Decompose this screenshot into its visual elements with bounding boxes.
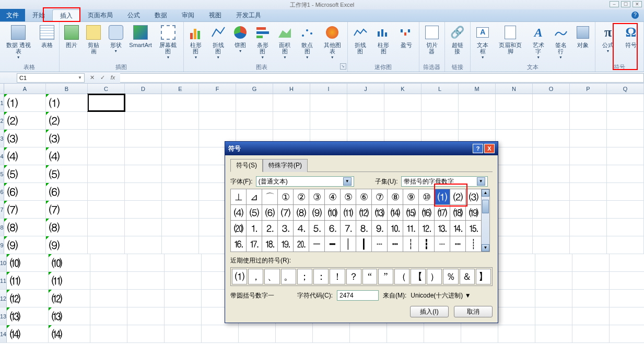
col-header-P[interactable]: P — [570, 84, 607, 94]
headerfooter-button[interactable]: 页眉和页脚 — [496, 23, 525, 55]
cell-C1[interactable] — [88, 94, 125, 111]
cell-Q4[interactable] — [607, 147, 644, 165]
col-header-I[interactable]: I — [310, 84, 347, 94]
cell-P2[interactable] — [570, 112, 607, 129]
row-header-7[interactable]: 7 — [0, 201, 4, 218]
symbol-cell[interactable]: ┊ — [466, 236, 482, 252]
recent-symbol-cell[interactable]: ” — [378, 269, 393, 284]
cell-F14[interactable] — [202, 325, 239, 342]
cell-B13[interactable]: ⒀ — [49, 307, 90, 325]
cell-O12[interactable] — [535, 290, 572, 307]
cell-I2[interactable] — [310, 112, 347, 129]
recent-symbol-cell[interactable]: ？ — [346, 269, 361, 284]
row-header-1[interactable]: 1 — [0, 94, 4, 111]
row-header-3[interactable]: 3 — [0, 130, 4, 147]
cell-L2[interactable] — [421, 112, 459, 129]
cell-O1[interactable] — [533, 94, 570, 111]
cell-D10[interactable] — [127, 254, 165, 271]
symbol-cell[interactable]: ⑼ — [309, 205, 325, 221]
col-header-K[interactable]: K — [384, 84, 421, 94]
row-header-4[interactable]: 4 — [0, 147, 4, 165]
cell-G2[interactable] — [236, 112, 273, 129]
help-icon[interactable]: ? — [631, 12, 639, 19]
recent-symbol-cell[interactable]: ⑴ — [232, 269, 247, 284]
col-header-E[interactable]: E — [162, 84, 199, 94]
tab-developer[interactable]: 开发工具 — [229, 9, 268, 21]
cell-D3[interactable] — [125, 130, 162, 147]
cell-Q7[interactable] — [607, 201, 644, 218]
cell-E8[interactable] — [162, 219, 199, 236]
cell-D6[interactable] — [125, 183, 162, 200]
col-header-Q[interactable]: Q — [607, 84, 644, 94]
recent-symbols[interactable]: ⑴，、。；：！？“”（【）％＆】 — [230, 267, 493, 286]
symbol-cell[interactable]: ⒑ — [388, 221, 403, 236]
cell-G14[interactable] — [239, 325, 276, 342]
dialog-tab-symbols[interactable]: 符号(S) — [230, 159, 263, 172]
cell-C8[interactable] — [88, 219, 125, 236]
minimize-button[interactable]: – — [610, 1, 619, 7]
symbol-cell[interactable]: ─ — [309, 236, 325, 252]
cell-A2[interactable]: ⑵ — [4, 112, 46, 129]
symbol-cell[interactable]: ⒐ — [372, 221, 388, 236]
cell-B11[interactable]: ⑾ — [49, 272, 90, 289]
screenshot-button[interactable]: 屏幕截图▼ — [156, 23, 180, 60]
object-button[interactable]: 对象 — [574, 23, 592, 49]
name-box[interactable]: C1 ▼ — [17, 73, 85, 83]
cell-F1[interactable] — [199, 94, 236, 111]
symbol-cell[interactable]: ⊿ — [247, 189, 262, 205]
recent-symbol-cell[interactable]: 【 — [411, 269, 426, 284]
cell-Q2[interactable] — [607, 112, 644, 129]
char-code-input[interactable]: 2474 — [337, 290, 379, 301]
cell-Q9[interactable] — [607, 236, 644, 254]
cell-C7[interactable] — [88, 201, 125, 218]
slicer-button[interactable]: 切片器 — [423, 23, 441, 55]
cell-B8[interactable]: ⑻ — [46, 219, 88, 236]
cell-P8[interactable] — [570, 219, 607, 236]
row-header-11[interactable]: 11 — [0, 272, 7, 289]
col-header-H[interactable]: H — [273, 84, 310, 94]
cell-B7[interactable]: ⑺ — [46, 201, 88, 218]
symbol-cell[interactable]: ⒋ — [294, 221, 309, 236]
recent-symbol-cell[interactable]: ： — [313, 269, 329, 284]
recent-symbol-cell[interactable]: ！ — [330, 269, 345, 284]
cell-Q5[interactable] — [607, 165, 644, 182]
dialog-title-bar[interactable]: 符号 ? X — [225, 142, 498, 155]
symbol-cell[interactable]: ⒘ — [247, 236, 262, 252]
cell-C3[interactable] — [88, 130, 125, 147]
cell-B3[interactable]: ⑶ — [46, 130, 88, 147]
accept-formula-icon[interactable]: ✓ — [98, 74, 107, 81]
cell-C5[interactable] — [88, 165, 125, 182]
col-header-B[interactable]: B — [46, 84, 88, 94]
recent-symbol-cell[interactable]: ； — [297, 269, 312, 284]
cell-C12[interactable] — [90, 290, 127, 307]
symbol-cell[interactable]: ┆ — [403, 236, 419, 252]
cell-O3[interactable] — [533, 130, 570, 147]
cell-J1[interactable] — [347, 94, 384, 111]
cell-N6[interactable] — [496, 183, 533, 200]
symbol-cell[interactable]: │ — [341, 236, 356, 252]
cell-Q10[interactable] — [610, 254, 644, 271]
symbol-cell[interactable]: ⑿ — [356, 205, 372, 221]
row-header-6[interactable]: 6 — [0, 183, 4, 200]
scroll-down-icon[interactable]: ▼ — [482, 244, 489, 252]
cell-P9[interactable] — [570, 236, 607, 254]
cell-A5[interactable]: ⑸ — [4, 165, 46, 182]
cell-P3[interactable] — [570, 130, 607, 147]
cell-C6[interactable] — [88, 183, 125, 200]
recent-symbol-cell[interactable]: ＆ — [460, 269, 475, 284]
symbol-cell[interactable]: ⒈ — [247, 221, 262, 236]
col-header-M[interactable]: M — [459, 84, 496, 94]
cell-C10[interactable] — [90, 254, 127, 271]
row-header-5[interactable]: 5 — [0, 165, 4, 182]
symbol-cell[interactable]: ┄ — [372, 236, 388, 252]
symbol-cell[interactable]: ⒗ — [231, 236, 247, 252]
cell-P13[interactable] — [572, 307, 610, 325]
dialog-close-button[interactable]: X — [484, 144, 495, 153]
cancel-button[interactable]: 取消 — [454, 306, 493, 317]
symbol-cell[interactable]: ⒖ — [466, 221, 482, 236]
symbol-cell[interactable]: ⌒ — [262, 189, 278, 205]
bar-chart-button[interactable]: 条形图▼ — [253, 23, 272, 60]
cell-F2[interactable] — [199, 112, 236, 129]
symbol-cell[interactable]: ⑩ — [419, 189, 435, 205]
symbol-cell[interactable]: ② — [294, 189, 309, 205]
